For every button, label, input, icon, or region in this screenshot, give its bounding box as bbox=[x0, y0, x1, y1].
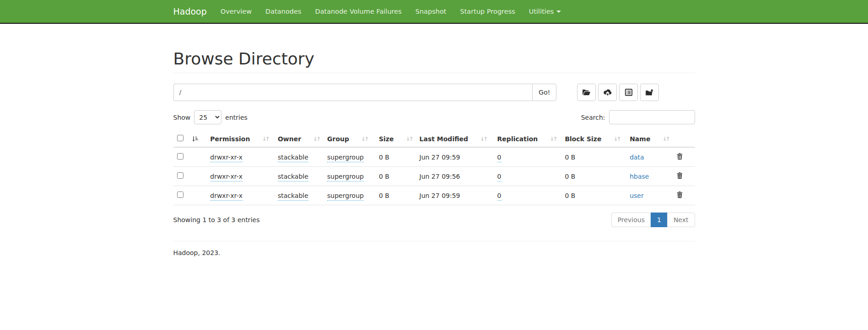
sort-both-icon: ↓↑ bbox=[361, 136, 367, 142]
table-footer: Showing 1 to 3 of 3 entries Previous 1 N… bbox=[173, 213, 695, 227]
block-size-cell: 0 B bbox=[565, 154, 575, 161]
nav-item-overview[interactable]: Overview bbox=[214, 0, 259, 23]
page-size-select[interactable]: 25 bbox=[194, 110, 221, 124]
table-header-row: Permission↓↑ Owner↓↑ Group↓↑ Size↓↑ Last… bbox=[173, 131, 695, 147]
go-button[interactable]: Go! bbox=[532, 84, 556, 101]
header-last-modified[interactable]: Last Modified↓↑ bbox=[416, 131, 494, 147]
trash-icon bbox=[676, 191, 683, 198]
size-cell: 0 B bbox=[379, 173, 389, 180]
table-row: drwxr-xr-x stackable supergroup 0 B Jun … bbox=[173, 167, 695, 186]
search-control: Search: bbox=[581, 110, 695, 124]
page-size-control: Show 25 entries bbox=[173, 110, 248, 124]
directory-input-group: Go! bbox=[173, 84, 557, 101]
page-title: Browse Directory bbox=[173, 49, 695, 73]
select-all-checkbox[interactable] bbox=[177, 135, 183, 141]
row-checkbox[interactable] bbox=[177, 172, 183, 179]
group-cell[interactable]: supergroup bbox=[327, 192, 364, 201]
search-input[interactable] bbox=[609, 110, 695, 124]
file-name-link[interactable]: data bbox=[630, 154, 644, 161]
nav-item-startup-progress[interactable]: Startup Progress bbox=[453, 0, 522, 23]
search-label: Search: bbox=[581, 114, 605, 121]
pagination-next[interactable]: Next bbox=[667, 213, 695, 227]
table-row: drwxr-xr-x stackable supergroup 0 B Jun … bbox=[173, 186, 695, 205]
upload-files-button[interactable] bbox=[598, 84, 617, 101]
create-directory-button[interactable] bbox=[577, 84, 596, 101]
directory-actions-toolbar bbox=[577, 84, 659, 101]
nav-item-utilities-label: Utilities bbox=[529, 8, 554, 15]
entries-info: Showing 1 to 3 of 3 entries bbox=[173, 216, 260, 224]
sort-both-icon: ↓↑ bbox=[550, 136, 556, 142]
size-cell: 0 B bbox=[379, 192, 389, 199]
delete-button[interactable] bbox=[676, 153, 683, 160]
header-size[interactable]: Size↓↑ bbox=[375, 131, 416, 147]
group-cell[interactable]: supergroup bbox=[327, 173, 364, 181]
pagination: Previous 1 Next bbox=[611, 213, 695, 227]
entries-label: entries bbox=[225, 114, 248, 121]
owner-cell[interactable]: stackable bbox=[278, 154, 308, 162]
replication-cell[interactable]: 0 bbox=[497, 192, 501, 201]
permission-cell[interactable]: drwxr-xr-x bbox=[210, 173, 243, 181]
sort-both-icon: ↓↑ bbox=[613, 136, 620, 142]
owner-cell[interactable]: stackable bbox=[278, 192, 308, 201]
table-row: drwxr-xr-x stackable supergroup 0 B Jun … bbox=[173, 147, 695, 167]
list-icon bbox=[625, 89, 633, 96]
sort-both-icon: ↓↑ bbox=[405, 136, 412, 142]
sort-both-icon: ↓↑ bbox=[313, 136, 319, 142]
delete-button[interactable] bbox=[676, 172, 683, 179]
file-name-link[interactable]: hbase bbox=[630, 173, 649, 180]
folder-open-icon bbox=[582, 89, 591, 96]
last-modified-cell: Jun 27 09:59 bbox=[420, 154, 460, 161]
pagination-page-1[interactable]: 1 bbox=[651, 213, 668, 227]
header-owner[interactable]: Owner↓↑ bbox=[274, 131, 323, 147]
directory-path-input[interactable] bbox=[173, 84, 533, 101]
nav-item-datanodes[interactable]: Datanodes bbox=[259, 0, 308, 23]
delete-button[interactable] bbox=[676, 191, 683, 198]
table-controls: Show 25 entries Search: bbox=[173, 110, 695, 124]
header-name[interactable]: Name↓↑ bbox=[626, 131, 672, 147]
nav-item-datanode-volume-failures[interactable]: Datanode Volume Failures bbox=[308, 0, 408, 23]
header-group[interactable]: Group↓↑ bbox=[323, 131, 375, 147]
file-browser-table: Permission↓↑ Owner↓↑ Group↓↑ Size↓↑ Last… bbox=[173, 131, 695, 205]
navbar: Hadoop Overview Datanodes Datanode Volum… bbox=[0, 0, 868, 24]
header-permission[interactable]: Permission↓↑ bbox=[206, 131, 274, 147]
nav-item-snapshot[interactable]: Snapshot bbox=[409, 0, 453, 23]
block-size-cell: 0 B bbox=[565, 192, 575, 199]
footer-divider bbox=[173, 241, 695, 241]
permission-cell[interactable]: drwxr-xr-x bbox=[210, 154, 243, 162]
header-block-size[interactable]: Block Size↓↑ bbox=[561, 131, 626, 147]
sort-both-icon: ↓↑ bbox=[262, 136, 268, 142]
trash-icon bbox=[676, 172, 683, 179]
cut-and-paste-button[interactable] bbox=[640, 84, 659, 101]
sort-both-icon: ↓↑ bbox=[662, 136, 669, 142]
folder-move-icon bbox=[645, 89, 654, 96]
replication-cell[interactable]: 0 bbox=[497, 154, 501, 162]
replication-cell[interactable]: 0 bbox=[497, 173, 501, 181]
set-quota-button[interactable] bbox=[619, 84, 638, 101]
group-cell[interactable]: supergroup bbox=[327, 154, 364, 162]
row-checkbox[interactable] bbox=[177, 192, 183, 198]
navbar-menu: Overview Datanodes Datanode Volume Failu… bbox=[214, 0, 568, 23]
select-all-header[interactable] bbox=[173, 131, 207, 147]
path-bar: Go! bbox=[173, 84, 695, 101]
file-name-link[interactable]: user bbox=[630, 192, 644, 199]
show-label: Show bbox=[173, 114, 191, 121]
header-actions bbox=[673, 131, 695, 147]
site-footer: Hadoop, 2023. bbox=[173, 249, 695, 330]
block-size-cell: 0 B bbox=[565, 173, 575, 180]
navbar-brand[interactable]: Hadoop bbox=[173, 0, 214, 23]
sort-by-attributes-icon bbox=[192, 136, 198, 142]
permission-cell[interactable]: drwxr-xr-x bbox=[210, 192, 243, 201]
last-modified-cell: Jun 27 09:56 bbox=[420, 173, 460, 180]
trash-icon bbox=[676, 153, 683, 160]
owner-cell[interactable]: stackable bbox=[278, 173, 308, 181]
sort-both-icon: ↓↑ bbox=[480, 136, 486, 142]
header-replication[interactable]: Replication↓↑ bbox=[494, 131, 561, 147]
last-modified-cell: Jun 27 09:59 bbox=[420, 192, 460, 199]
size-cell: 0 B bbox=[379, 154, 389, 161]
cloud-upload-icon bbox=[603, 89, 612, 96]
caret-down-icon bbox=[556, 11, 561, 13]
pagination-previous[interactable]: Previous bbox=[611, 213, 651, 227]
row-checkbox[interactable] bbox=[177, 153, 183, 160]
nav-item-utilities[interactable]: Utilities bbox=[522, 0, 568, 23]
